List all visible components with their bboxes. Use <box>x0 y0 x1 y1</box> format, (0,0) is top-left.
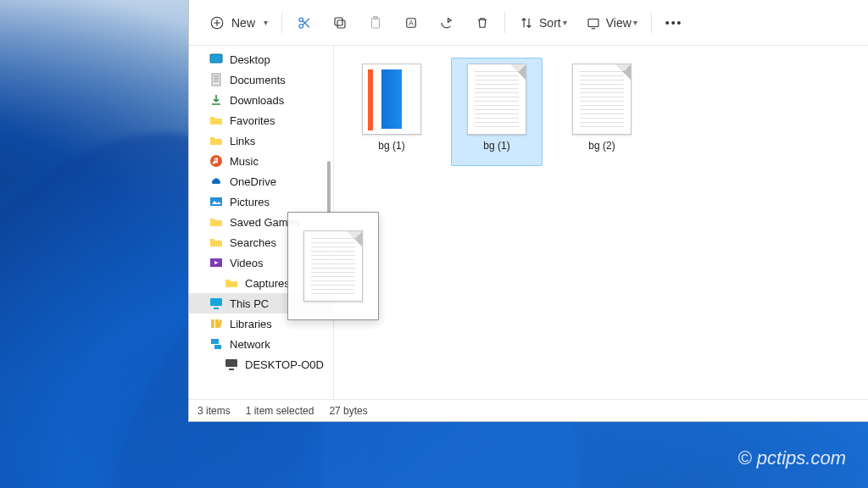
command-bar: New ▾ A Sort ▾ View ▾ <box>189 0 868 46</box>
chevron-down-icon: ▾ <box>264 18 268 27</box>
ellipsis-icon: ••• <box>665 16 683 30</box>
sidebar-item-links[interactable]: Links <box>189 130 333 151</box>
file-name: bg (2) <box>588 140 615 152</box>
folder-icon <box>209 236 223 249</box>
file-thumbnail <box>572 64 632 135</box>
file-item[interactable]: bg (1) <box>451 58 542 166</box>
sidebar-item-pictures[interactable]: Pictures <box>189 191 333 212</box>
delete-button[interactable] <box>465 6 499 40</box>
chevron-down-icon: ▾ <box>563 18 567 27</box>
share-button[interactable] <box>430 6 464 40</box>
folder-icon <box>209 215 223 229</box>
status-size: 27 bytes <box>329 405 367 417</box>
svg-rect-12 <box>212 74 220 86</box>
document-icon <box>209 73 223 86</box>
monitor-icon <box>225 358 238 371</box>
file-name: bg (1) <box>483 140 509 152</box>
view-button[interactable]: View ▾ <box>577 6 646 40</box>
explorer-window: New ▾ A Sort ▾ View ▾ <box>188 0 868 422</box>
scrollbar-thumb[interactable] <box>327 161 331 214</box>
cut-button[interactable] <box>287 6 321 40</box>
more-button[interactable]: ••• <box>657 6 692 40</box>
music-icon <box>209 154 223 168</box>
new-button[interactable]: New ▾ <box>201 6 276 40</box>
svg-rect-19 <box>225 359 237 367</box>
sidebar-item-desktop-o0d[interactable]: DESKTOP-O0D <box>189 354 333 374</box>
folder-icon <box>209 114 223 127</box>
view-label: View <box>606 16 632 30</box>
sidebar-item-music[interactable]: Music <box>189 151 333 171</box>
rename-button[interactable]: A <box>394 6 428 40</box>
sidebar-item-documents[interactable]: Documents <box>189 69 333 90</box>
file-thumbnail <box>362 64 421 135</box>
svg-rect-16 <box>210 298 222 306</box>
copy-icon <box>332 15 348 30</box>
plus-circle-icon <box>209 15 225 30</box>
view-icon <box>586 15 601 30</box>
file-name: bg (1) <box>378 140 404 152</box>
paste-button[interactable] <box>359 6 392 40</box>
clipboard-icon <box>368 15 383 30</box>
svg-rect-4 <box>335 18 342 25</box>
folder-icon <box>225 276 238 290</box>
svg-rect-10 <box>210 54 222 63</box>
scissors-icon <box>297 15 312 30</box>
svg-rect-14 <box>210 197 222 206</box>
picture-icon <box>209 195 223 208</box>
svg-text:A: A <box>409 19 414 27</box>
monitor-icon <box>209 297 223 310</box>
sidebar-item-downloads[interactable]: Downloads <box>189 90 333 110</box>
libraries-icon <box>209 317 223 330</box>
drag-ghost <box>287 212 379 320</box>
status-item-count: 3 items <box>198 405 231 417</box>
sidebar-item-favorites[interactable]: Favorites <box>189 110 333 130</box>
new-label: New <box>231 16 255 30</box>
chevron-down-icon: ▾ <box>633 18 637 27</box>
svg-rect-9 <box>588 19 598 26</box>
rename-icon: A <box>403 15 419 30</box>
status-selection: 1 item selected <box>246 405 314 417</box>
sort-icon <box>519 15 534 30</box>
svg-rect-17 <box>211 339 219 344</box>
folder-icon <box>209 134 223 147</box>
download-icon <box>209 93 223 107</box>
file-item[interactable]: bg (1) <box>346 58 437 166</box>
sidebar-item-network[interactable]: Network <box>189 334 333 354</box>
svg-rect-18 <box>214 345 221 349</box>
file-list-pane[interactable]: bg (1) bg (1) bg (2) <box>334 46 868 399</box>
cloud-icon <box>209 175 223 188</box>
svg-rect-3 <box>337 20 345 28</box>
sidebar-item-onedrive[interactable]: OneDrive <box>189 171 333 191</box>
sidebar-item-desktop[interactable]: Desktop <box>189 49 333 69</box>
sort-label: Sort <box>539 16 561 30</box>
watermark: © pctips.com <box>738 447 846 469</box>
copy-button[interactable] <box>323 6 357 40</box>
trash-icon <box>475 15 490 30</box>
file-item[interactable]: bg (2) <box>556 58 648 166</box>
desktop-icon <box>209 53 223 66</box>
file-thumbnail <box>467 64 526 135</box>
sort-button[interactable]: Sort ▾ <box>510 6 576 40</box>
share-icon <box>439 15 454 30</box>
network-icon <box>209 337 223 351</box>
status-bar: 3 items 1 item selected 27 bytes <box>189 399 868 421</box>
file-thumbnail <box>303 230 363 302</box>
video-icon <box>209 256 223 269</box>
